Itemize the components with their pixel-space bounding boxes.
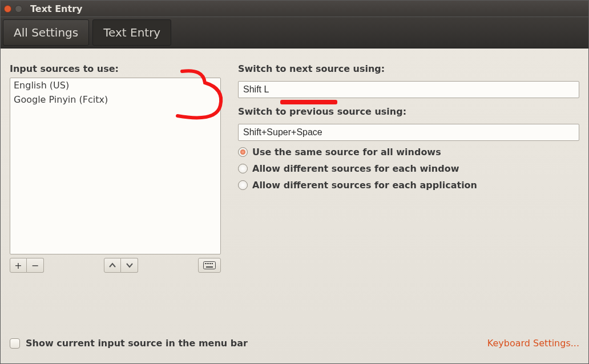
show-in-menubar-checkbox[interactable]: Show current input source in the menu ba… [10,338,248,349]
chevron-up-icon [109,262,116,268]
svg-rect-4 [210,263,211,264]
content-area: Input sources to use: English (US) Googl… [1,48,588,300]
svg-rect-1 [205,263,206,264]
chevron-down-icon [126,262,133,268]
radio-per-window[interactable]: Allow different sources for each window [238,163,579,174]
remove-source-button[interactable]: − [27,258,44,273]
footer: Show current input source in the menu ba… [10,338,579,349]
radio-icon [238,164,248,173]
prev-source-input[interactable] [238,124,579,141]
close-icon[interactable] [4,5,11,13]
svg-rect-5 [212,263,213,264]
radio-label: Allow different sources for each applica… [252,180,477,191]
next-source-label: Switch to next source using: [238,63,579,74]
breadcrumb-all-settings[interactable]: All Settings [3,19,89,46]
svg-rect-3 [208,263,209,264]
move-up-button[interactable] [104,258,121,273]
radio-label: Use the same source for all windows [252,147,441,157]
breadcrumb-toolbar: All Settings Text Entry [1,17,588,48]
radio-label: Allow different sources for each window [252,163,459,174]
radio-icon [238,180,248,190]
show-keyboard-layout-button[interactable] [198,258,221,273]
settings-window: Text Entry All Settings Text Entry Input… [0,0,589,364]
minimize-icon[interactable] [15,5,22,13]
input-sources-panel: Input sources to use: English (US) Googl… [10,63,221,300]
move-down-button[interactable] [121,258,138,273]
breadcrumb-current[interactable]: Text Entry [92,19,171,46]
titlebar: Text Entry [1,1,588,17]
checkbox-icon [10,338,20,349]
checkbox-label: Show current input source in the menu ba… [26,338,248,349]
input-sources-list[interactable]: English (US) Google Pinyin (Fcitx) [10,78,221,254]
radio-same-source[interactable]: Use the same source for all windows [238,147,579,157]
keyboard-icon [203,261,216,269]
next-source-input[interactable] [238,81,579,98]
source-item[interactable]: Google Pinyin (Fcitx) [10,92,220,107]
svg-rect-2 [207,263,208,264]
radio-per-application[interactable]: Allow different sources for each applica… [238,180,579,191]
prev-source-label: Switch to previous source using: [238,106,579,117]
sources-toolbar: + − [10,258,221,273]
source-item[interactable]: English (US) [10,78,220,92]
svg-rect-6 [206,266,213,268]
input-sources-label: Input sources to use: [10,63,221,74]
add-source-button[interactable]: + [10,258,27,273]
radio-icon [238,147,248,157]
svg-rect-0 [204,262,216,269]
shortcut-panel: Switch to next source using: Switch to p… [238,63,579,300]
window-title: Text Entry [30,3,82,14]
keyboard-settings-link[interactable]: Keyboard Settings... [487,338,579,349]
